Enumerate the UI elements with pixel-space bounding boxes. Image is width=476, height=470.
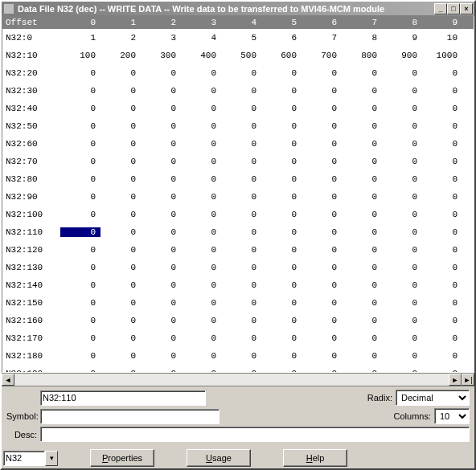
data-cell[interactable]: 0: [141, 174, 181, 184]
data-cell[interactable]: 0: [382, 86, 422, 96]
data-cell[interactable]: 0: [101, 121, 141, 131]
data-cell[interactable]: 0: [302, 86, 342, 96]
data-cell[interactable]: 0: [221, 139, 261, 149]
data-cell[interactable]: 0: [181, 227, 221, 237]
data-cell[interactable]: 0: [342, 333, 382, 343]
data-cell[interactable]: 0: [181, 210, 221, 219]
data-cell[interactable]: 0: [382, 316, 422, 325]
data-cell[interactable]: 0: [261, 121, 302, 131]
data-cell[interactable]: 0: [422, 316, 462, 325]
data-cell[interactable]: 0: [101, 192, 141, 202]
data-cell[interactable]: 0: [221, 121, 261, 131]
data-cell[interactable]: 500: [221, 51, 261, 60]
data-cell[interactable]: 0: [101, 263, 141, 272]
titlebar[interactable]: Data File N32 (dec) -- WRITE DATA -- Wri…: [2, 2, 474, 15]
data-cell[interactable]: 0: [261, 351, 302, 361]
file-dropdown-button[interactable]: ▾: [45, 451, 58, 466]
data-cell[interactable]: 0: [60, 351, 101, 361]
data-cell[interactable]: 0: [342, 139, 382, 149]
data-cell[interactable]: 0: [101, 333, 141, 343]
data-cell[interactable]: 400: [181, 51, 221, 60]
data-cell[interactable]: 0: [101, 227, 141, 237]
data-cell[interactable]: 0: [181, 369, 221, 373]
data-cell[interactable]: 0: [342, 298, 382, 308]
data-cell[interactable]: 0: [261, 316, 302, 325]
data-cell[interactable]: 0: [261, 174, 302, 184]
data-cell[interactable]: 0: [60, 104, 101, 113]
data-cell[interactable]: 0: [60, 68, 101, 78]
data-cell[interactable]: 0: [181, 68, 221, 78]
data-cell[interactable]: 0: [181, 263, 221, 272]
data-cell[interactable]: 0: [221, 316, 261, 325]
data-cell[interactable]: 8: [342, 33, 382, 43]
data-cell[interactable]: 0: [101, 298, 141, 308]
data-cell[interactable]: 300: [141, 51, 181, 60]
minimize-button[interactable]: _: [434, 3, 447, 14]
data-cell[interactable]: 0: [101, 210, 141, 219]
data-cell[interactable]: 9: [382, 33, 422, 43]
data-cell[interactable]: 0: [101, 139, 141, 149]
data-cell[interactable]: 0: [422, 157, 462, 166]
data-cell[interactable]: 0: [422, 245, 462, 255]
data-cell[interactable]: 0: [141, 298, 181, 308]
data-cell[interactable]: 0: [342, 227, 382, 237]
data-cell[interactable]: 0: [342, 245, 382, 255]
data-cell[interactable]: 0: [60, 139, 101, 149]
data-cell[interactable]: 0: [60, 280, 101, 290]
scroll-left-button[interactable]: ◄: [2, 374, 14, 386]
data-cell[interactable]: 0: [221, 333, 261, 343]
data-cell[interactable]: 0: [181, 157, 221, 166]
data-cell[interactable]: 0: [382, 104, 422, 113]
data-cell[interactable]: 0: [382, 369, 422, 373]
address-input[interactable]: [40, 390, 206, 406]
data-cell[interactable]: 0: [141, 280, 181, 290]
data-cell[interactable]: 0: [422, 104, 462, 113]
data-cell[interactable]: 0: [302, 174, 342, 184]
data-cell[interactable]: 0: [141, 68, 181, 78]
data-cell[interactable]: 0: [302, 227, 342, 237]
data-cell[interactable]: 600: [261, 51, 302, 60]
data-cell[interactable]: 700: [302, 51, 342, 60]
data-cell[interactable]: 0: [342, 369, 382, 373]
data-cell[interactable]: 0: [261, 104, 302, 113]
data-cell[interactable]: 0: [60, 227, 101, 237]
data-cell[interactable]: 0: [60, 192, 101, 202]
data-cell[interactable]: 0: [382, 280, 422, 290]
data-cell[interactable]: 0: [181, 333, 221, 343]
data-cell[interactable]: 0: [181, 316, 221, 325]
file-select[interactable]: [3, 451, 45, 466]
data-cell[interactable]: 0: [261, 263, 302, 272]
data-cell[interactable]: 0: [382, 121, 422, 131]
data-cell[interactable]: 0: [302, 210, 342, 219]
data-cell[interactable]: 800: [342, 51, 382, 60]
data-cell[interactable]: 0: [382, 68, 422, 78]
horizontal-scrollbar[interactable]: ◄ ► ►|: [2, 373, 474, 386]
data-cell[interactable]: 0: [342, 210, 382, 219]
data-cell[interactable]: 0: [342, 86, 382, 96]
properties-button[interactable]: Properties: [90, 449, 154, 467]
data-cell[interactable]: 0: [422, 298, 462, 308]
data-cell[interactable]: 0: [141, 333, 181, 343]
data-cell[interactable]: 0: [181, 192, 221, 202]
data-cell[interactable]: 0: [382, 227, 422, 237]
data-cell[interactable]: 0: [422, 86, 462, 96]
data-cell[interactable]: 0: [141, 86, 181, 96]
data-cell[interactable]: 0: [101, 245, 141, 255]
data-cell[interactable]: 0: [302, 104, 342, 113]
close-button[interactable]: ×: [460, 3, 473, 14]
data-cell[interactable]: 0: [181, 280, 221, 290]
data-cell[interactable]: 0: [261, 210, 302, 219]
data-cell[interactable]: 0: [141, 316, 181, 325]
symbol-input[interactable]: [40, 409, 220, 424]
data-cell[interactable]: 0: [302, 369, 342, 373]
data-cell[interactable]: 0: [422, 68, 462, 78]
data-cell[interactable]: 0: [60, 174, 101, 184]
data-cell[interactable]: 0: [181, 104, 221, 113]
data-cell[interactable]: 0: [261, 298, 302, 308]
help-button[interactable]: Help: [283, 449, 347, 467]
data-cell[interactable]: 0: [302, 68, 342, 78]
radix-select[interactable]: Decimal: [396, 390, 470, 406]
data-cell[interactable]: 0: [101, 280, 141, 290]
data-cell[interactable]: 0: [221, 280, 261, 290]
data-cell[interactable]: 0: [141, 192, 181, 202]
